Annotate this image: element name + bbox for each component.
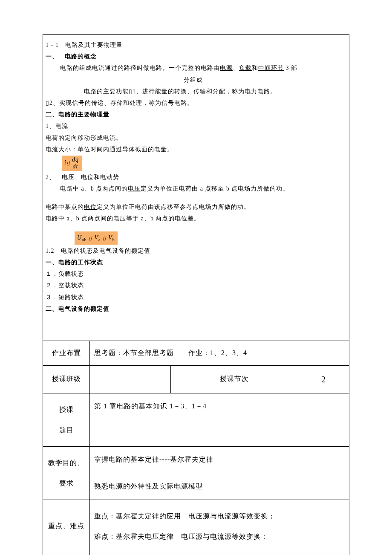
cell-value: 思考题：本节全部思考题 作业：1、2、3、4 <box>90 341 349 365</box>
underline-term: 中间环节 <box>258 65 284 71</box>
body-text: ２．空载状态 <box>46 280 340 291</box>
section-heading: 1.2 电路的状态及电气设备的额定值 <box>46 246 340 256</box>
subsection-heading: 二、电气设备的额定值 <box>46 304 340 314</box>
body-text: 电路中 a、b 点两点间的电压等于 a、b 两点的电位差。 <box>46 213 340 224</box>
cell-value: 熟悉电源的外特性及实际电源模型 <box>90 473 349 500</box>
cell-value: 理论课 √ 讨论课 实验课 练习课 上机 其他 <box>90 553 349 555</box>
body-text: 电路中某点的电位定义为单位正电荷由该点移至参考点电场力所做的功。 <box>46 202 340 212</box>
table-row: 重点、难点 重点：基尔霍夫定律的应用 电压源与电流源等效变换； 难点：基尔霍夫电… <box>43 500 349 553</box>
body-text: 电荷的定向移动形成电流。 <box>46 133 340 143</box>
body-text: 分组成 <box>46 75 340 85</box>
body-text: 1、电流 <box>46 121 340 131</box>
formula-current: i▯dqdt <box>62 156 82 171</box>
body-text: ３．短路状态 <box>46 292 340 303</box>
table-row: 授课类型 理论课 √ 讨论课 实验课 练习课 上机 其他 <box>43 553 349 555</box>
underline-term: 负载 <box>239 65 252 71</box>
body-text: 电路的主要功能▯1、进行能量的转换、传输和分配，称为电力电路。 <box>46 86 340 97</box>
formula-row: Uab ▯ Va ▯ Vb <box>46 231 340 244</box>
cell-label: 重点、难点 <box>43 500 90 553</box>
cell-value: 2 <box>298 365 349 393</box>
body-text: １．负载状态 <box>46 269 340 279</box>
body-text: ▯2、实现信号的传递、存储和处理，称为信号电路。 <box>46 98 340 108</box>
table-row: 授课班级 授课节次 2 <box>43 365 349 393</box>
cell-value: 掌握电路的基本定律----基尔霍夫定律 <box>90 446 349 473</box>
table-row: 授课 题目 第 1 章电路的基本知识 1－3、1－4 <box>43 393 349 446</box>
cell-label: 教学目的、 要求 <box>43 446 90 500</box>
spacer <box>46 195 340 201</box>
section-heading: 1－1 电路及其主要物理量 <box>46 40 340 50</box>
lecture-content: 1－1 电路及其主要物理量 一、 电路的概念 电路的组成电流通过的路径叫做电路。… <box>43 34 349 341</box>
underline-term: 电源 <box>220 65 233 71</box>
subsection-heading: 二、电路的主要物理量 <box>46 109 340 120</box>
cell-label: 授课类型 <box>43 553 90 555</box>
lesson-plan-table: 作业布置 思考题：本节全部思考题 作业：1、2、3、4 授课班级 授课节次 2 … <box>43 341 349 555</box>
subsection-heading: 一、 电路的概念 <box>46 51 340 62</box>
formula-row: i▯dqdt <box>46 156 340 171</box>
underline-term: 电位 <box>84 204 97 210</box>
body-text: 电路中 a、b 点两点间的电压定义为单位正电荷由 a 点移至 b 点电场力所做的… <box>46 183 340 194</box>
cell-value <box>90 365 171 393</box>
subsection-heading: 一、电路的工作状态 <box>46 257 340 268</box>
cell-label: 授课节次 <box>171 365 298 393</box>
cell-value: 重点：基尔霍夫定律的应用 电压源与电流源等效变换； 难点：基尔霍夫电压定律 电压… <box>90 500 349 553</box>
cell-label: 作业布置 <box>43 341 90 365</box>
formula-voltage: Uab ▯ Va ▯ Vb <box>75 231 118 244</box>
cell-label: 授课 题目 <box>43 393 90 446</box>
body-text: 2、 电压、电位和电动势 <box>46 172 340 182</box>
cell-value: 第 1 章电路的基本知识 1－3、1－4 <box>90 393 349 446</box>
underline-term: 电压 <box>128 185 141 192</box>
body-text: 电路的组成电流通过的路径叫做电路。一个完整的电路由电源、负载和中间环节 3 部 <box>46 63 340 73</box>
spacer <box>46 225 340 231</box>
table-row: 作业布置 思考题：本节全部思考题 作业：1、2、3、4 <box>43 341 349 365</box>
cell-label: 授课班级 <box>43 365 90 393</box>
body-text: 电流大小：单位时间内通过导体截面的电量。 <box>46 144 340 155</box>
table-row: 教学目的、 要求 掌握电路的基本定律----基尔霍夫定律 <box>43 446 349 473</box>
